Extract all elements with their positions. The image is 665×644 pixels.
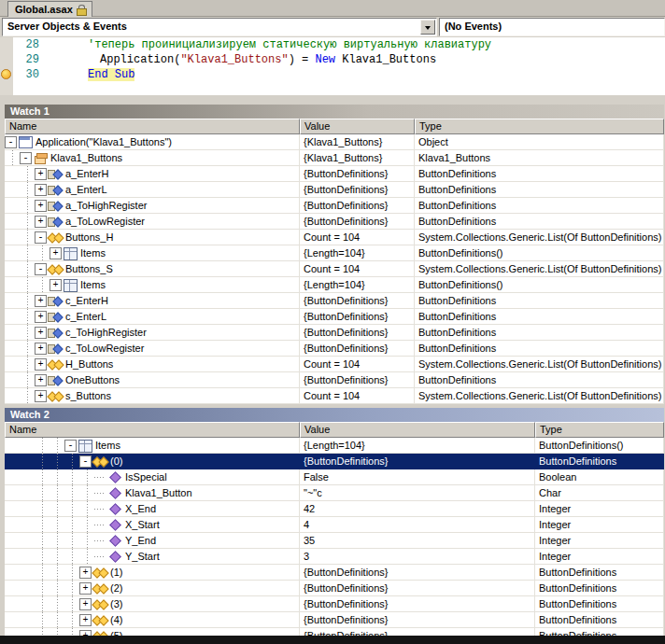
expand-icon[interactable]: + [50,279,62,291]
watch-row[interactable]: -Items{Length=104}ButtonDefinitions() [5,438,664,454]
watch2-table: NameValueType-Items{Length=104}ButtonDef… [5,422,664,636]
editor-watch-splitter[interactable] [0,95,665,105]
line-margin[interactable] [0,67,13,82]
watch2-title: Watch 2 [10,409,50,420]
value-cell: {ButtonDefinitions} [300,341,415,357]
watch-row[interactable]: +a_ToLowRegister{ButtonDefinitions}Butto… [5,214,664,230]
watch-row[interactable]: -Buttons_HCount = 104System.Collections.… [5,230,664,245]
column-header-type[interactable]: Type [415,119,664,134]
chevron-down-icon[interactable] [420,20,435,35]
watch-name: Buttons_H [64,230,113,245]
watch-row[interactable]: -(0){ButtonDefinitions}ButtonDefinitions [5,454,664,469]
friend-field-icon [92,628,107,636]
expand-icon[interactable]: + [35,390,47,402]
watch-row[interactable]: +a_EnterH{ButtonDefinitions}ButtonDefini… [5,166,664,182]
expand-icon[interactable]: + [35,184,47,196]
column-header-name[interactable]: Name [5,119,300,134]
watch-row[interactable]: -Application("Klava1_Buttons"){Klava1_Bu… [5,134,664,150]
expand-icon[interactable]: + [35,311,47,323]
code-statement: End Sub [88,68,134,81]
watch-row[interactable]: +OneButtons{ButtonDefinitions}ButtonDefi… [5,372,664,388]
line-margin[interactable] [0,52,13,67]
watch-row[interactable]: +(5){ButtonDefinitions}ButtonDefinitions [5,628,664,636]
watch-row[interactable]: -Buttons_SCount = 104System.Collections.… [5,261,664,277]
line-number: 29 [13,52,43,67]
watch-row[interactable]: X_End42Integer [5,501,664,517]
watch1-title-bar[interactable]: Watch 1 [5,105,664,119]
watch-row[interactable]: +(2){ButtonDefinitions}ButtonDefinitions [5,581,664,596]
column-header-value[interactable]: Value [300,422,535,438]
friend-field-icon [48,357,63,371]
watch-row[interactable]: Klava1_Button"~"cChar [5,485,664,501]
type-cell: System.Collections.Generic.List(Of Butto… [415,357,664,372]
private-field-icon [48,325,63,340]
watch-row[interactable]: +c_ToHighRegister{ButtonDefinitions}Butt… [5,325,664,341]
expand-icon[interactable]: + [79,567,92,579]
code-line[interactable]: 29Application("Klava1_Buttons") = New Kl… [0,52,665,67]
collapse-icon[interactable]: - [64,440,77,452]
watch2-title-bar[interactable]: Watch 2 [5,408,664,422]
watch-row[interactable]: Y_Start3Integer [5,549,664,565]
watch-row[interactable]: +Items{Length=104}ButtonDefinitions() [5,245,664,261]
tree-indent [79,485,94,500]
tree-indent [5,438,20,453]
type-cell: Char [535,485,664,501]
watch-row[interactable]: Y_End35Integer [5,533,664,549]
tree-guide-line [42,501,43,516]
collapse-icon[interactable]: - [20,152,32,164]
name-cell: -Buttons_S [5,261,300,277]
watch-row[interactable]: +s_ButtonsCount = 104System.Collections.… [5,388,664,404]
collapse-icon[interactable]: - [5,136,17,148]
watch-row[interactable]: -Klava1_Buttons{Klava1_Buttons}Klava1_Bu… [5,150,664,166]
expand-icon[interactable]: + [35,200,47,212]
tree-indent [20,533,35,548]
column-header-name[interactable]: Name [5,422,300,438]
expand-icon[interactable]: + [79,598,92,610]
watch-row[interactable]: +a_ToHighRegister{ButtonDefinitions}Butt… [5,198,664,214]
tree-guide-line [87,501,88,516]
watch-row[interactable]: +c_ToLowRegister{ButtonDefinitions}Butto… [5,341,664,357]
watch-row[interactable]: X_Start4Integer [5,517,664,533]
column-header-value[interactable]: Value [300,119,415,134]
expand-icon[interactable]: + [35,327,47,339]
watch-row[interactable]: +Items{Length=104}ButtonDefinitions() [5,277,664,293]
expand-icon[interactable]: + [79,614,92,626]
code-editor[interactable]: 28'теперь проинициализируем статическую … [0,37,665,95]
value-cell: "~"c [300,485,535,501]
type-cell: ButtonDefinitions [535,581,664,596]
line-margin[interactable] [0,37,13,52]
watch-row[interactable]: +c_EnterL{ButtonDefinitions}ButtonDefini… [5,309,664,325]
expand-icon[interactable]: + [35,216,47,228]
watch-row[interactable]: +(1){ButtonDefinitions}ButtonDefinitions [5,565,664,581]
collapse-icon[interactable]: - [35,263,47,275]
tree-indent [5,309,20,324]
code-line[interactable]: 28'теперь проинициализируем статическую … [0,37,665,52]
name-cell: +a_ToHighRegister [5,198,300,214]
collapse-icon[interactable]: - [35,231,47,244]
expand-icon[interactable]: + [35,343,47,355]
code-line[interactable]: 30End Sub [0,67,665,82]
column-header-type[interactable]: Type [535,422,664,438]
code-segment: End Sub [88,68,134,81]
tree-guide-line [72,469,73,484]
objects-dropdown[interactable]: Server Objects & Events [2,18,437,36]
tab-global-asax[interactable]: Global.asax [7,1,92,17]
watch-row[interactable]: +(4){ButtonDefinitions}ButtonDefinitions [5,612,664,628]
expand-icon[interactable]: + [35,295,47,307]
expand-icon[interactable]: + [35,358,47,371]
collapse-icon[interactable]: - [79,455,92,468]
expand-icon[interactable]: + [79,630,92,636]
expand-icon[interactable]: + [50,247,62,259]
watch-row[interactable]: +a_EnterL{ButtonDefinitions}ButtonDefini… [5,182,664,198]
expand-icon[interactable]: + [35,374,47,386]
expand-icon[interactable]: + [35,168,47,180]
watch-row[interactable]: +H_ButtonsCount = 104System.Collections.… [5,357,664,372]
watch-row[interactable]: IsSpecialFalseBoolean [5,469,664,485]
class-icon [33,150,48,165]
watch-row[interactable]: +(3){ButtonDefinitions}ButtonDefinitions [5,596,664,612]
events-dropdown[interactable]: (No Events) [439,18,665,36]
type-cell: System.Collections.Generic.List(Of Butto… [415,261,664,277]
tree-connector-line [94,556,106,557]
expand-icon[interactable]: + [79,582,92,595]
watch-row[interactable]: +c_EnterH{ButtonDefinitions}ButtonDefini… [5,293,664,309]
